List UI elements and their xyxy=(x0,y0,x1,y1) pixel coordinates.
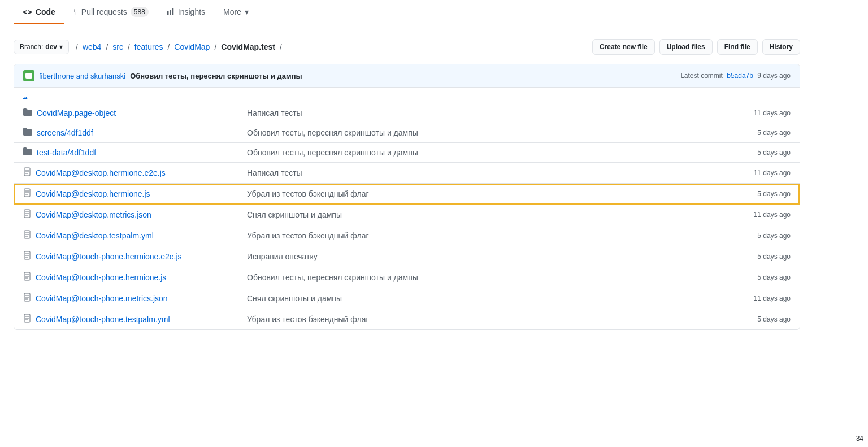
tab-pull-requests[interactable]: ⑂ Pull requests 588 xyxy=(64,0,158,25)
create-new-file-button[interactable]: Create new file xyxy=(592,39,655,55)
tab-pr-label: Pull requests xyxy=(81,7,127,16)
file-name-link[interactable]: CovidMap@desktop.hermione.e2e.js xyxy=(36,168,166,177)
commit-hash[interactable]: b5ada7b xyxy=(727,72,753,80)
file-icon xyxy=(23,293,31,304)
file-time: 5 days ago xyxy=(723,274,791,281)
file-time: 5 days ago xyxy=(723,149,791,157)
tab-insights[interactable]: Insights xyxy=(158,1,214,25)
branch-label: Branch: xyxy=(20,43,43,51)
folder-icon xyxy=(23,108,32,118)
breadcrumb-sep-0: / xyxy=(76,42,78,51)
latest-commit-label: Latest commit xyxy=(680,72,723,80)
table-row: CovidMap@touch-phone.testpalm.yml Убрал … xyxy=(14,309,800,329)
file-message: Убрал из тестов бэкендный флаг xyxy=(238,189,723,198)
file-message: Снял скриншоты и дампы xyxy=(238,294,723,303)
file-name-link[interactable]: CovidMap@touch-phone.hermione.js xyxy=(36,273,166,282)
table-row: screens/4df1ddf Обновил тесты, переснял … xyxy=(14,123,800,143)
repo-nav: <> Code ⑂ Pull requests 588 Insights Mor… xyxy=(0,0,868,25)
breadcrumb-features[interactable]: features xyxy=(134,42,163,51)
file-table: fiberthrone and skurhanski Обновил тесты… xyxy=(14,64,800,330)
svg-rect-0 xyxy=(167,11,169,15)
file-name-link[interactable]: CovidMap.page-object xyxy=(37,109,116,118)
svg-rect-2 xyxy=(172,8,173,14)
breadcrumb-web4[interactable]: web4 xyxy=(83,42,101,51)
file-icon xyxy=(23,188,31,199)
table-row: CovidMap@desktop.hermione.e2e.js Написал… xyxy=(14,163,800,184)
tab-code[interactable]: <> Code xyxy=(14,1,64,24)
tab-more-label: More xyxy=(223,7,241,16)
file-icon xyxy=(23,314,31,325)
parent-dir-name: .. xyxy=(23,91,238,99)
file-time: 11 days ago xyxy=(723,211,791,219)
table-row: CovidMap@desktop.metrics.json Снял скрин… xyxy=(14,205,800,225)
commit-header-right: Latest commit b5ada7b 9 days ago xyxy=(680,72,791,80)
file-time: 11 days ago xyxy=(723,294,791,302)
breadcrumb-sep-3: / xyxy=(167,42,170,51)
file-time: 5 days ago xyxy=(723,232,791,240)
table-row: test-data/4df1ddf Обновил тесты, пересня… xyxy=(14,143,800,163)
file-icon xyxy=(23,167,31,179)
pr-icon: ⑂ xyxy=(73,7,78,16)
avatar-inner xyxy=(25,73,32,79)
tab-insights-label: Insights xyxy=(178,7,205,16)
top-row: Branch: dev ▾ / web4 / src / features / … xyxy=(14,39,800,55)
commit-authors: fiberthrone and skurhanski xyxy=(39,72,125,80)
insights-icon xyxy=(167,7,175,17)
parent-dir-link[interactable]: .. xyxy=(23,91,27,99)
pr-badge: 588 xyxy=(131,7,149,17)
file-time: 5 days ago xyxy=(723,253,791,261)
file-message: Исправил опечатку xyxy=(238,252,723,261)
chevron-down-icon: ▾ xyxy=(245,7,249,16)
file-message: Обновил тесты, переснял скриншоты и дамп… xyxy=(238,273,723,282)
tab-more[interactable]: More ▾ xyxy=(214,1,258,24)
file-name-link[interactable]: screens/4df1ddf xyxy=(37,128,93,137)
file-time: 5 days ago xyxy=(723,190,791,198)
file-name-link[interactable]: CovidMap@desktop.testpalm.yml xyxy=(36,231,154,240)
folder-icon xyxy=(23,147,32,158)
branch-chevron-icon: ▾ xyxy=(59,43,63,51)
file-message: Обновил тесты, переснял скриншоты и дамп… xyxy=(238,128,723,137)
file-time: 11 days ago xyxy=(723,169,791,177)
file-icon xyxy=(23,209,31,220)
upload-files-button[interactable]: Upload files xyxy=(659,39,713,55)
file-time: 5 days ago xyxy=(723,129,791,137)
action-buttons: Create new file Upload files Find file H… xyxy=(592,39,800,55)
file-time: 11 days ago xyxy=(723,109,791,117)
file-time: 5 days ago xyxy=(723,315,791,323)
file-message: Написал тесты xyxy=(238,109,723,118)
svg-rect-1 xyxy=(170,10,171,15)
find-file-button[interactable]: Find file xyxy=(717,39,758,55)
tab-code-label: Code xyxy=(36,7,55,16)
file-message: Убрал из тестов бэкендный флаг xyxy=(238,231,723,240)
parent-dir-row: .. xyxy=(14,88,800,103)
history-button[interactable]: History xyxy=(762,39,800,55)
table-row: CovidMap@touch-phone.hermione.js Обновил… xyxy=(14,267,800,288)
branch-value: dev xyxy=(45,43,57,51)
breadcrumb-sep-4: / xyxy=(214,42,216,51)
file-name-link[interactable]: test-data/4df1ddf xyxy=(37,148,96,157)
breadcrumb-sep-1: / xyxy=(106,42,108,51)
avatar xyxy=(23,70,34,81)
breadcrumb-current: CovidMap.test xyxy=(221,42,275,51)
file-name-link[interactable]: CovidMap@desktop.hermione.js xyxy=(36,189,150,198)
branch-selector[interactable]: Branch: dev ▾ xyxy=(14,40,69,54)
table-row: CovidMap@touch-phone.metrics.json Снял с… xyxy=(14,288,800,309)
commit-message: Обновил тесты, переснял скриншоты и дамп… xyxy=(130,72,302,80)
file-message: Обновил тесты, переснял скриншоты и дамп… xyxy=(238,148,723,157)
table-row: CovidMap.page-object Написал тесты 11 da… xyxy=(14,103,800,123)
file-name-link[interactable]: CovidMap@touch-phone.hermione.e2e.js xyxy=(36,252,182,261)
breadcrumb-trailing-sep: / xyxy=(280,42,282,51)
file-name-link[interactable]: CovidMap@touch-phone.testpalm.yml xyxy=(36,315,170,324)
file-message: Снял скриншоты и дампы xyxy=(238,210,723,219)
table-row: CovidMap@desktop.testpalm.yml Убрал из т… xyxy=(14,225,800,246)
file-name-link[interactable]: CovidMap@touch-phone.metrics.json xyxy=(36,294,168,303)
table-row: CovidMap@touch-phone.hermione.e2e.js Исп… xyxy=(14,246,800,267)
file-icon xyxy=(23,251,31,262)
breadcrumb-covidmap[interactable]: CovidMap xyxy=(174,42,210,51)
file-name-link[interactable]: CovidMap@desktop.metrics.json xyxy=(36,210,151,219)
folder-icon xyxy=(23,128,32,138)
table-row-highlighted: CovidMap@desktop.hermione.js Убрал из те… xyxy=(14,184,800,205)
file-message: Написал тесты xyxy=(238,168,723,177)
file-icon xyxy=(23,272,31,283)
breadcrumb-src[interactable]: src xyxy=(112,42,123,51)
